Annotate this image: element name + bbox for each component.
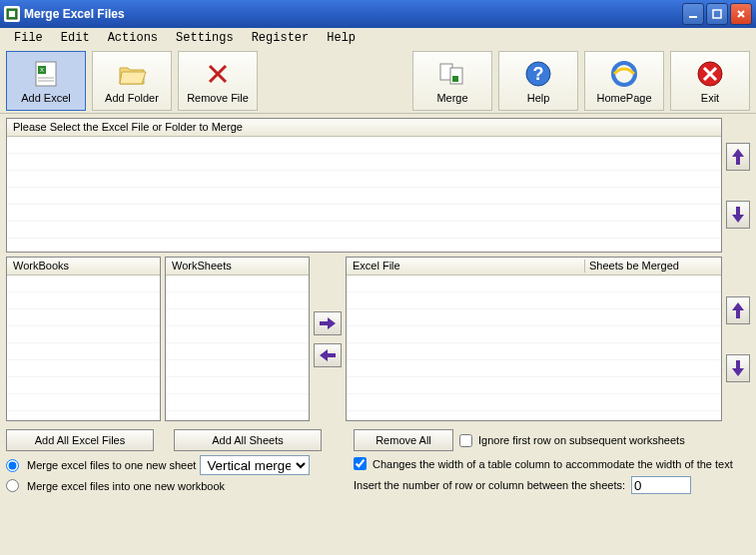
- add-all-sheets-button[interactable]: Add All Sheets: [174, 429, 322, 451]
- merge-icon: [436, 58, 468, 90]
- menu-file[interactable]: File: [6, 30, 51, 46]
- worksheets-list[interactable]: [166, 276, 309, 420]
- arrow-up-icon: [730, 147, 746, 167]
- merge-one-sheet-label: Merge excel files to one new sheet: [27, 459, 196, 471]
- add-folder-label: Add Folder: [105, 92, 159, 104]
- ie-icon: [608, 58, 640, 90]
- merge-one-sheet-radio[interactable]: [6, 459, 19, 472]
- help-button[interactable]: ? Help: [498, 51, 578, 111]
- menu-help[interactable]: Help: [319, 30, 364, 46]
- arrow-down-icon: [730, 205, 746, 225]
- insert-num-input[interactable]: [631, 476, 691, 494]
- add-sheet-button[interactable]: [314, 311, 342, 335]
- ignore-first-row-label: Ignore first row on subsequent worksheet…: [478, 434, 685, 446]
- close-button[interactable]: [730, 3, 752, 25]
- svg-rect-3: [713, 10, 721, 18]
- toolbar: X Add Excel Add Folder Remove File Merge…: [0, 48, 756, 114]
- workbooks-list[interactable]: [7, 276, 160, 420]
- exit-label: Exit: [701, 92, 719, 104]
- svg-rect-15: [452, 76, 458, 82]
- merger-type-select[interactable]: Vertical merger: [200, 455, 310, 475]
- change-width-checkbox[interactable]: [354, 457, 367, 470]
- help-icon: ?: [522, 58, 554, 90]
- svg-rect-2: [689, 16, 697, 18]
- menu-settings[interactable]: Settings: [168, 30, 242, 46]
- minimize-button[interactable]: [682, 3, 704, 25]
- remove-x-icon: [202, 58, 234, 90]
- arrow-right-icon: [318, 315, 338, 331]
- remove-file-button[interactable]: Remove File: [178, 51, 258, 111]
- move-down-button[interactable]: [726, 201, 750, 229]
- remove-file-label: Remove File: [187, 92, 249, 104]
- add-all-excel-button[interactable]: Add All Excel Files: [6, 429, 154, 451]
- merge-one-workbook-radio[interactable]: [6, 479, 19, 492]
- change-width-label: Changes the width of a table column to a…: [373, 458, 733, 470]
- exit-button[interactable]: Exit: [670, 51, 750, 111]
- merge-move-down-button[interactable]: [726, 354, 750, 382]
- folder-icon: [116, 58, 148, 90]
- homepage-button[interactable]: HomePage: [584, 51, 664, 111]
- arrow-up-icon: [730, 300, 746, 320]
- merge-list-panel[interactable]: Excel File Sheets be Merged: [346, 257, 722, 421]
- add-excel-label: Add Excel: [21, 92, 71, 104]
- merge-button[interactable]: Merge: [412, 51, 492, 111]
- add-folder-button[interactable]: Add Folder: [92, 51, 172, 111]
- svg-rect-1: [9, 11, 15, 17]
- merge-one-workbook-label: Merge excel files into one new workbook: [27, 480, 225, 492]
- worksheets-panel[interactable]: WorkSheets: [165, 257, 310, 421]
- file-list-header-label: Please Select the Excel File or Folder t…: [13, 121, 243, 134]
- remove-all-button[interactable]: Remove All: [354, 429, 453, 451]
- svg-text:?: ?: [533, 64, 544, 84]
- svg-text:X: X: [40, 67, 44, 73]
- file-list[interactable]: Please Select the Excel File or Folder t…: [6, 118, 722, 253]
- ignore-first-row-checkbox[interactable]: [459, 434, 472, 447]
- workbooks-header: WorkBooks: [13, 260, 69, 273]
- svg-point-18: [613, 63, 635, 85]
- menu-actions[interactable]: Actions: [100, 30, 166, 46]
- workbooks-panel[interactable]: WorkBooks: [6, 257, 161, 421]
- merge-label: Merge: [436, 92, 467, 104]
- remove-sheet-button[interactable]: [314, 343, 342, 367]
- insert-num-label: Insert the number of row or column betwe…: [354, 479, 625, 491]
- move-up-button[interactable]: [726, 143, 750, 171]
- file-list-body[interactable]: [7, 137, 721, 252]
- excel-file-header: Excel File: [353, 260, 585, 273]
- arrow-down-icon: [730, 358, 746, 378]
- excel-file-icon: X: [30, 58, 62, 90]
- help-label: Help: [527, 92, 550, 104]
- exit-icon: [694, 58, 726, 90]
- app-icon: [4, 6, 20, 22]
- maximize-button[interactable]: [706, 3, 728, 25]
- file-list-header: Please Select the Excel File or Folder t…: [7, 119, 721, 137]
- homepage-label: HomePage: [596, 92, 651, 104]
- menu-register[interactable]: Register: [244, 30, 318, 46]
- titlebar-title: Merge Excel Files: [24, 7, 682, 21]
- titlebar: Merge Excel Files: [0, 0, 756, 28]
- merge-list[interactable]: [347, 276, 721, 420]
- menu-edit[interactable]: Edit: [53, 30, 98, 46]
- sheets-merged-header: Sheets be Merged: [585, 260, 715, 273]
- menubar: File Edit Actions Settings Register Help: [0, 28, 756, 48]
- worksheets-header: WorkSheets: [172, 260, 232, 273]
- merge-move-up-button[interactable]: [726, 296, 750, 324]
- add-excel-button[interactable]: X Add Excel: [6, 51, 86, 111]
- arrow-left-icon: [318, 347, 338, 363]
